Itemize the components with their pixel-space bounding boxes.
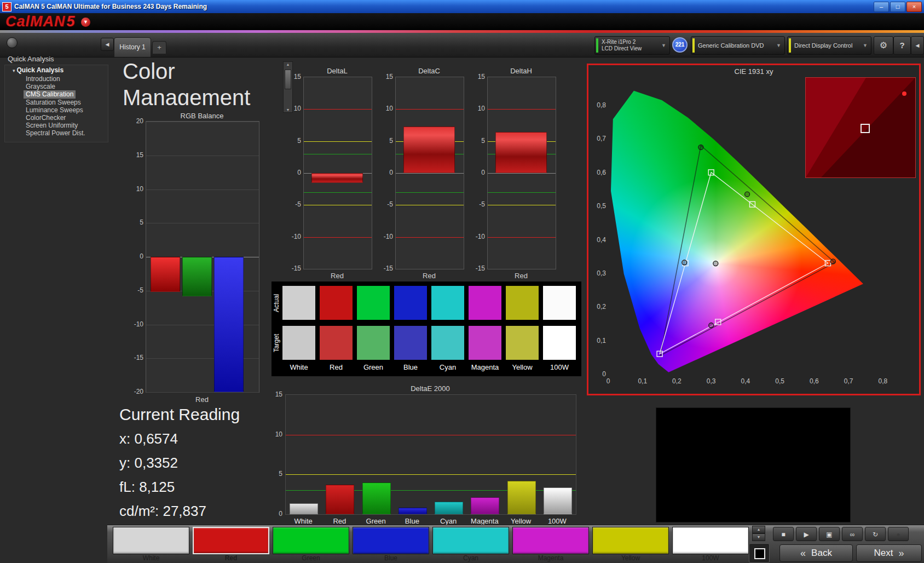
- refline: [396, 109, 464, 110]
- sidebar-item-saturation-sweeps[interactable]: Saturation Sweeps: [24, 99, 83, 106]
- y-tick-label: 0: [270, 510, 282, 518]
- rgb-balance-plot: [146, 121, 259, 393]
- sidebar-item-spectral-power-dist[interactable]: Spectral Power Dist.: [24, 129, 88, 137]
- target-row-label: Target: [273, 326, 280, 360]
- swatch-column-label: Cyan: [429, 363, 466, 371]
- maximize-button[interactable]: □: [890, 2, 905, 12]
- window-title: CalMAN 5 CalMAN Ultimate for Business 24…: [14, 3, 207, 10]
- bottom-swatch-blue[interactable]: [353, 527, 429, 554]
- repeat-icon[interactable]: ↻: [865, 527, 886, 541]
- rgb-balance-title: RGB Balance: [146, 112, 258, 120]
- bottom-swatch-green[interactable]: [273, 527, 349, 554]
- bottom-swatch-100w[interactable]: [672, 527, 749, 554]
- refline: [396, 205, 464, 205]
- measured-point-marker: [745, 192, 750, 197]
- spinner-down-icon[interactable]: ▼: [752, 533, 765, 541]
- swatch-actual-white: [282, 286, 315, 320]
- cie-inset-zoom: [805, 77, 916, 178]
- pattern-toggle-icon[interactable]: ▣: [819, 527, 840, 541]
- x-tick-label: 0,1: [633, 377, 652, 385]
- bar-green: [362, 482, 391, 514]
- bottom-swatch-label: Yellow: [592, 554, 669, 562]
- y-tick-label: -15: [472, 265, 485, 272]
- swatch-target-red: [320, 326, 353, 360]
- tree-root-quick-analysis[interactable]: ▾Quick Analysis: [5, 66, 63, 75]
- scroll-up-icon[interactable]: ▲: [284, 62, 292, 66]
- minimize-button[interactable]: –: [874, 2, 889, 12]
- bottom-swatch-cyan[interactable]: [432, 527, 509, 554]
- y-tick-label: 5: [270, 470, 282, 478]
- close-button[interactable]: ×: [906, 2, 922, 12]
- meter-selector[interactable]: X-Rite i1Pro 2 LCD Direct View ▼: [594, 36, 670, 55]
- record-icon[interactable]: ●: [888, 527, 909, 541]
- y-tick-label: -5: [130, 286, 143, 294]
- x-category-label: White: [285, 517, 321, 525]
- y-tick-label: 5: [288, 137, 301, 145]
- source-label: Generic Calibration DVD: [698, 42, 764, 49]
- y-tick-label: 15: [130, 151, 143, 159]
- bottom-swatch-white[interactable]: [113, 527, 189, 554]
- refline: [304, 154, 372, 154]
- bar-red: [403, 127, 455, 173]
- back-button[interactable]: « Back: [779, 544, 853, 562]
- refline: [304, 141, 372, 142]
- bar-yellow: [507, 481, 536, 514]
- help-icon[interactable]: ?: [893, 36, 911, 55]
- bottom-swatch-magenta[interactable]: [512, 527, 589, 554]
- chevron-down-icon: ▼: [658, 43, 669, 48]
- y-tick-label: 15: [380, 73, 393, 81]
- refline: [488, 109, 556, 110]
- stop-icon[interactable]: ■: [773, 527, 794, 541]
- continuous-icon[interactable]: ∞: [842, 527, 863, 541]
- refline: [304, 205, 372, 205]
- delta-c-xlabel: Red: [395, 272, 463, 280]
- y-tick-label: -10: [380, 233, 393, 240]
- workflow-tree: ▾Quick Analysis IntroductionGrayscaleCMS…: [4, 65, 108, 142]
- y-tick-label: -5: [380, 200, 393, 208]
- measured-point-marker: [830, 259, 835, 264]
- sidebar-item-colorchecker[interactable]: ColorChecker: [24, 114, 68, 122]
- y-tick-label: 15: [472, 73, 485, 81]
- sidebar-item-introduction[interactable]: Introduction: [24, 75, 62, 83]
- y-tick-label: 10: [270, 430, 282, 438]
- reading-cdm2: cd/m²: 27,837: [119, 503, 206, 520]
- collapse-panel-icon[interactable]: ◀: [911, 36, 924, 55]
- swatch-target-yellow: [506, 326, 539, 360]
- play-icon[interactable]: ▶: [796, 527, 817, 541]
- sidebar-item-screen-uniformity[interactable]: Screen Uniformity: [24, 122, 80, 129]
- sidebar-item-grayscale[interactable]: Grayscale: [24, 83, 57, 90]
- sidebar-item-luminance-sweeps[interactable]: Luminance Sweeps: [24, 106, 85, 114]
- refline: [304, 192, 372, 193]
- next-button-label: Next: [874, 548, 893, 559]
- logo-dropdown-icon[interactable]: ▼: [81, 18, 90, 27]
- pattern-window-button[interactable]: [749, 543, 770, 563]
- gridline: [146, 122, 259, 122]
- swatch-actual-yellow: [506, 286, 539, 320]
- tab-history-1[interactable]: History 1: [114, 37, 151, 57]
- display-control-selector[interactable]: Direct Display Control ▼: [787, 36, 871, 55]
- settings-gear-icon[interactable]: ⚙: [874, 36, 893, 55]
- refline: [488, 205, 556, 205]
- display-control-label: Direct Display Control: [794, 42, 852, 49]
- collapse-sidebar-icon[interactable]: ◀: [101, 38, 114, 51]
- logo-bar: CalMAN5 ▼: [0, 13, 924, 30]
- delta-l-chart: DeltaL Red 151050-5-10-15: [287, 67, 374, 286]
- session-options-button[interactable]: [7, 37, 18, 48]
- delta-e-2000-chart: DeltaE 2000 WhiteRedGreenBlueCyanMagenta…: [268, 384, 584, 526]
- y-tick-label: -5: [472, 200, 485, 208]
- next-button[interactable]: Next »: [856, 544, 922, 562]
- sidebar-item-cms-calibration[interactable]: CMS Calibration: [24, 90, 76, 98]
- source-selector[interactable]: Generic Calibration DVD ▼: [691, 36, 785, 55]
- bottom-swatch-red[interactable]: [193, 527, 269, 554]
- bottom-swatch-yellow[interactable]: [592, 527, 669, 554]
- x-category-label: Red: [321, 517, 357, 525]
- back-button-label: Back: [811, 548, 832, 559]
- bottom-swatch-label: Red: [193, 554, 269, 562]
- add-tab-button[interactable]: +: [152, 41, 166, 54]
- y-tick-label: 0: [590, 370, 606, 378]
- rgb-balance-chart: RGB Balance Red -20-15-10-505101520: [130, 112, 267, 407]
- spinner-up-icon[interactable]: ▲: [752, 526, 765, 533]
- tree-expand-icon: ▾: [13, 68, 17, 73]
- y-tick-label: -15: [130, 354, 143, 361]
- delta-c-plot: [395, 77, 464, 269]
